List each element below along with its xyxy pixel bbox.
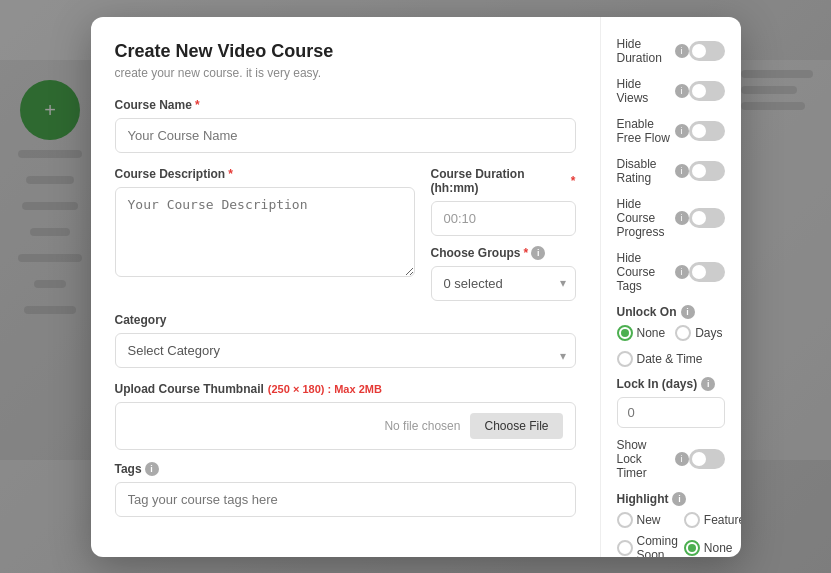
groups-select-wrapper: 0 selected ▾: [431, 266, 576, 301]
unlock-datetime-radio[interactable]: [617, 351, 633, 367]
highlight-coming-soon-radio[interactable]: [617, 540, 633, 556]
free-flow-info-icon: i: [675, 124, 689, 138]
groups-select[interactable]: 0 selected: [431, 266, 576, 301]
course-desc-label: Course Description *: [115, 167, 415, 181]
hide-duration-label: Hide Duration i: [617, 37, 689, 65]
category-select[interactable]: Select Category: [115, 333, 576, 368]
hide-views-row: Hide Views i: [617, 77, 725, 105]
hide-views-info-icon: i: [675, 84, 689, 98]
hide-views-toggle[interactable]: [689, 81, 725, 101]
modal-overlay: Create New Video Course create your new …: [0, 0, 831, 573]
unlock-on-label: Unlock On i: [617, 305, 725, 319]
highlight-none-option[interactable]: None: [684, 534, 741, 557]
hide-tags-info-icon: i: [675, 265, 689, 279]
lock-timer-info-icon: i: [675, 452, 689, 466]
desc-duration-row: Course Description * Course Duration (hh…: [115, 167, 576, 301]
highlight-coming-soon-option[interactable]: Coming Soon: [617, 534, 678, 557]
hide-duration-row: Hide Duration i: [617, 37, 725, 65]
show-lock-timer-row: Show Lock Timer i: [617, 438, 725, 480]
modal-title: Create New Video Course: [115, 41, 576, 62]
free-flow-toggle[interactable]: [689, 121, 725, 141]
lock-in-info-icon: i: [701, 377, 715, 391]
course-duration-label: Course Duration (hh:mm) *: [431, 167, 576, 195]
category-label: Category: [115, 313, 576, 327]
groups-info-icon: i: [531, 246, 545, 260]
hide-duration-toggle[interactable]: [689, 41, 725, 61]
disable-rating-info-icon: i: [675, 164, 689, 178]
course-name-input[interactable]: [115, 118, 576, 153]
hide-progress-label: Hide Course Progress i: [617, 197, 689, 239]
unlock-none-radio[interactable]: [617, 325, 633, 341]
choose-file-button[interactable]: Choose File: [470, 413, 562, 439]
upload-area: No file chosen Choose File: [115, 402, 576, 450]
upload-hint: (250 × 180) : Max 2MB: [268, 383, 382, 395]
no-file-text: No file chosen: [128, 419, 461, 433]
highlight-info-icon: i: [672, 492, 686, 506]
tags-label: Tags i: [115, 462, 576, 476]
unlock-none-option[interactable]: None: [617, 325, 666, 341]
lock-in-input[interactable]: [617, 397, 725, 428]
disable-rating-label: Disable Rating i: [617, 157, 689, 185]
tags-input[interactable]: [115, 482, 576, 517]
hide-tags-row: Hide Course Tags i: [617, 251, 725, 293]
hide-duration-info-icon: i: [675, 44, 689, 58]
modal-subtitle: create your new course. it is very easy.: [115, 66, 576, 80]
highlight-new-option[interactable]: New: [617, 512, 678, 528]
hide-progress-toggle[interactable]: [689, 208, 725, 228]
lock-in-label: Lock In (days) i: [617, 377, 725, 391]
highlight-options-grid: New Featured Coming Soon None: [617, 512, 725, 557]
duration-groups-col: Course Duration (hh:mm) * Choose Groups …: [431, 167, 576, 301]
hide-tags-label: Hide Course Tags i: [617, 251, 689, 293]
left-panel: Create New Video Course create your new …: [91, 17, 601, 557]
highlight-featured-radio[interactable]: [684, 512, 700, 528]
course-desc-input[interactable]: [115, 187, 415, 277]
enable-free-flow-row: Enable Free Flow i: [617, 117, 725, 145]
unlock-info-icon: i: [681, 305, 695, 319]
hide-progress-row: Hide Course Progress i: [617, 197, 725, 239]
course-duration-input[interactable]: [431, 201, 576, 236]
highlight-new-radio[interactable]: [617, 512, 633, 528]
modal: Create New Video Course create your new …: [91, 17, 741, 557]
upload-label: Upload Course Thumbnail (250 × 180) : Ma…: [115, 382, 576, 396]
description-col: Course Description *: [115, 167, 415, 301]
right-panel: Hide Duration i Hide Views i: [601, 17, 741, 557]
unlock-radio-group: None Days Date & Time: [617, 325, 725, 367]
enable-free-flow-label: Enable Free Flow i: [617, 117, 689, 145]
disable-rating-toggle[interactable]: [689, 161, 725, 181]
course-name-label: Course Name *: [115, 98, 576, 112]
choose-groups-label: Choose Groups * i: [431, 246, 576, 260]
highlight-label: Highlight i: [617, 492, 725, 506]
required-marker: *: [195, 98, 200, 112]
hide-progress-info-icon: i: [675, 211, 689, 225]
unlock-days-radio[interactable]: [675, 325, 691, 341]
show-lock-timer-label: Show Lock Timer i: [617, 438, 689, 480]
category-select-wrapper: Select Category ▾: [115, 333, 576, 380]
unlock-datetime-option[interactable]: Date & Time: [617, 351, 703, 367]
hide-views-label: Hide Views i: [617, 77, 689, 105]
unlock-days-option[interactable]: Days: [675, 325, 722, 341]
hide-tags-toggle[interactable]: [689, 262, 725, 282]
highlight-none-radio[interactable]: [684, 540, 700, 556]
tags-info-icon: i: [145, 462, 159, 476]
disable-rating-row: Disable Rating i: [617, 157, 725, 185]
highlight-featured-option[interactable]: Featured: [684, 512, 741, 528]
show-lock-timer-toggle[interactable]: [689, 449, 725, 469]
